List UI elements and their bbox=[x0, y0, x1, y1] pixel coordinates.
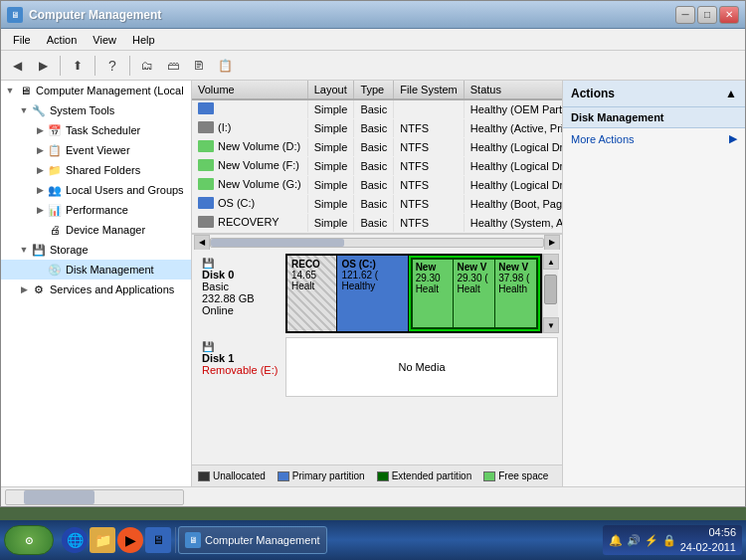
network-tray-icon[interactable]: 🔔 bbox=[609, 533, 623, 547]
vol-type-1: Basic bbox=[354, 119, 394, 138]
tree-item-shared-folders[interactable]: ▶ 📁 Shared Folders bbox=[1, 160, 191, 180]
vol-layout-5: Simple bbox=[307, 195, 354, 214]
tree-item-disk-management[interactable]: 💿 Disk Management bbox=[1, 260, 191, 280]
maximize-button[interactable]: □ bbox=[697, 6, 717, 24]
col-layout[interactable]: Layout bbox=[307, 81, 354, 99]
right-pane: Volume Layout Type File System Status bbox=[192, 81, 745, 486]
vscroll-down-btn[interactable]: ▼ bbox=[543, 317, 559, 333]
tree-item-services[interactable]: ▶ ⚙ Services and Applications bbox=[1, 280, 191, 299]
disk-0-type: Basic bbox=[202, 280, 280, 292]
vol-name-3: New Volume (F:) bbox=[192, 157, 307, 176]
table-row[interactable]: New Volume (F:) Simple Basic NTFS Health… bbox=[192, 157, 562, 176]
tree-item-device-manager[interactable]: 🖨 Device Manager bbox=[1, 220, 191, 240]
battery-tray-icon[interactable]: ⚡ bbox=[645, 533, 658, 547]
vol-layout-1: Simple bbox=[307, 119, 354, 138]
horizontal-scrollbar[interactable]: ◀ ▶ bbox=[192, 234, 562, 250]
quick-launch: 🌐 📁 ▶ 🖥 bbox=[62, 527, 176, 553]
disk-0-size: 232.88 GB bbox=[202, 292, 280, 304]
partition-os[interactable]: OS (C:) 121.62 ( Healthy bbox=[337, 256, 408, 331]
vol-status-6: Healthy (System, Acti bbox=[464, 214, 562, 233]
partition-os-name: OS (C:) bbox=[341, 259, 403, 270]
toolbar-separator-1 bbox=[60, 56, 61, 76]
help-button[interactable]: ? bbox=[100, 55, 124, 77]
partition-new2-name: New V bbox=[457, 262, 491, 273]
menu-view[interactable]: View bbox=[85, 32, 124, 48]
export-button[interactable]: 📋 bbox=[213, 55, 237, 77]
tree-item-computer[interactable]: ▼ 🖥 Computer Management (Local bbox=[1, 81, 191, 100]
forward-button[interactable]: ▶ bbox=[31, 55, 55, 77]
menu-action[interactable]: Action bbox=[39, 32, 86, 48]
network-icon[interactable]: 🖥 bbox=[145, 527, 171, 553]
vol-fs-0 bbox=[394, 99, 464, 119]
vol-type-0: Basic bbox=[354, 99, 394, 119]
properties-button[interactable]: 🗃 bbox=[161, 55, 185, 77]
vol-layout-6: Simple bbox=[307, 214, 354, 233]
col-filesystem[interactable]: File System bbox=[394, 81, 464, 99]
folder-quick-icon[interactable]: 📁 bbox=[90, 527, 115, 553]
partition-new2[interactable]: New V 29.30 ( Healt bbox=[454, 260, 495, 327]
vol-name-1: (I:) bbox=[192, 119, 307, 138]
volume-tray-icon[interactable]: 🔊 bbox=[627, 533, 641, 547]
tree-item-performance[interactable]: ▶ 📊 Performance bbox=[1, 200, 191, 220]
start-button[interactable]: ⊙ bbox=[4, 525, 54, 555]
disk-icon-0 bbox=[198, 102, 214, 114]
taskbar: ⊙ 🌐 📁 ▶ 🖥 🖥 Computer Management 🔔 🔊 ⚡ 🔒 … bbox=[0, 520, 746, 560]
partition-new3[interactable]: New V 37.98 ( Health bbox=[495, 260, 536, 327]
table-row[interactable]: OS (C:) Simple Basic NTFS Healthy (Boot,… bbox=[192, 195, 562, 214]
table-row[interactable]: (I:) Simple Basic NTFS Healthy (Active, … bbox=[192, 119, 562, 138]
event-viewer-icon: 📋 bbox=[47, 142, 63, 158]
actions-title: Actions bbox=[571, 87, 615, 100]
ie-icon[interactable]: 🌐 bbox=[62, 527, 88, 553]
show-hide-button[interactable]: 🗂 bbox=[135, 55, 159, 77]
partition-extended[interactable]: New 29.30 Healt New V 29.30 ( Healt bbox=[409, 256, 540, 331]
tree-item-storage[interactable]: ▼ 💾 Storage bbox=[1, 240, 191, 260]
minimize-button[interactable]: ─ bbox=[675, 6, 695, 24]
tree-item-local-users[interactable]: ▶ 👥 Local Users and Groups bbox=[1, 180, 191, 200]
safety-remove-icon[interactable]: 🔒 bbox=[662, 533, 676, 547]
tree-item-task-scheduler[interactable]: ▶ 📅 Task Scheduler bbox=[1, 120, 191, 140]
vol-name-4: New Volume (G:) bbox=[192, 176, 307, 195]
hscroll-track[interactable] bbox=[210, 238, 544, 248]
vol-status-5: Healthy (Boot, Page Fi bbox=[464, 195, 562, 214]
disk-management-icon: 💿 bbox=[47, 262, 63, 278]
disk-0-label: 💾 Disk 0 Basic 232.88 GB Online bbox=[196, 254, 285, 333]
media-icon[interactable]: ▶ bbox=[117, 527, 143, 553]
taskbar-app-icon: 🖥 bbox=[185, 532, 201, 548]
up-button[interactable]: ⬆ bbox=[66, 55, 90, 77]
left-pane-scrollbar[interactable] bbox=[5, 489, 184, 505]
table-row[interactable]: RECOVERY Simple Basic NTFS Healthy (Syst… bbox=[192, 214, 562, 233]
partition-recovery[interactable]: RECO 14.65 Healt bbox=[287, 256, 337, 331]
tree-item-system-tools[interactable]: ▼ 🔧 System Tools bbox=[1, 100, 191, 120]
actions-pane: Actions ▲ Disk Management More Actions ▶ bbox=[562, 81, 745, 486]
vol-layout-4: Simple bbox=[307, 176, 354, 195]
col-volume[interactable]: Volume bbox=[192, 81, 307, 99]
table-row[interactable]: Simple Basic Healthy (OEM Partitio bbox=[192, 99, 562, 119]
legend-free-label: Free space bbox=[498, 470, 548, 481]
menu-file[interactable]: File bbox=[5, 32, 39, 48]
col-status[interactable]: Status bbox=[464, 81, 562, 99]
tree-item-event-viewer[interactable]: ▶ 📋 Event Viewer bbox=[1, 140, 191, 160]
disk-0-row: 💾 Disk 0 Basic 232.88 GB Online RECO bbox=[196, 254, 558, 333]
disk-icon-3 bbox=[198, 159, 214, 171]
partition-recovery-size: 14.65 bbox=[291, 270, 332, 280]
hscroll-left-btn[interactable]: ◀ bbox=[194, 235, 210, 251]
disk-0-name: Disk 0 bbox=[202, 269, 280, 280]
back-button[interactable]: ◀ bbox=[5, 55, 29, 77]
menu-help[interactable]: Help bbox=[124, 32, 163, 48]
expand-icon-computer: ▼ bbox=[3, 84, 17, 97]
vscroll-up-btn[interactable]: ▲ bbox=[543, 254, 559, 270]
actions-more-actions[interactable]: More Actions ▶ bbox=[563, 128, 745, 149]
col-type[interactable]: Type bbox=[354, 81, 394, 99]
hscroll-right-btn[interactable]: ▶ bbox=[544, 235, 560, 251]
partition-new1[interactable]: New 29.30 Healt bbox=[413, 260, 455, 327]
table-row[interactable]: New Volume (D:) Simple Basic NTFS Health… bbox=[192, 138, 562, 157]
actions-collapse-icon[interactable]: ▲ bbox=[725, 87, 737, 100]
legend-unallocated: Unallocated bbox=[198, 470, 266, 481]
partition-os-status: Healthy bbox=[341, 280, 403, 291]
close-button[interactable]: ✕ bbox=[719, 6, 739, 24]
taskbar-app-computer-mgmt[interactable]: 🖥 Computer Management bbox=[178, 526, 327, 554]
device-manager-icon: 🖨 bbox=[47, 222, 63, 238]
new-window-button[interactable]: 🖹 bbox=[187, 55, 211, 77]
legend-free-box bbox=[483, 471, 495, 481]
table-row[interactable]: New Volume (G:) Simple Basic NTFS Health… bbox=[192, 176, 562, 195]
